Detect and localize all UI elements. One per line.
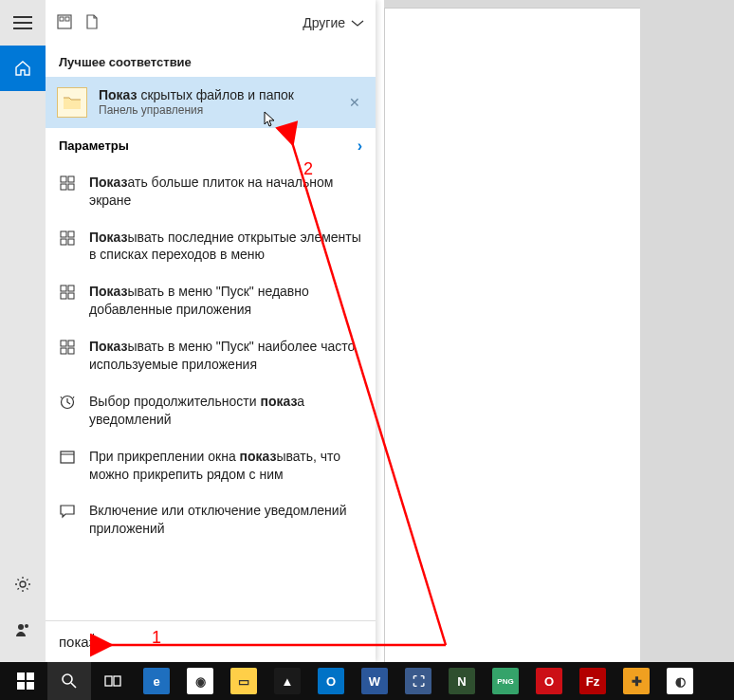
taskbar-app-picasa[interactable]: ◐ [658, 662, 702, 700]
svg-rect-20 [68, 293, 74, 299]
svg-rect-10 [68, 176, 74, 182]
text-caret [93, 634, 94, 651]
filter-dropdown[interactable]: Другие [303, 15, 364, 30]
taskbar-app-opera[interactable]: O [527, 662, 571, 700]
chrome-icon: ◉ [187, 668, 213, 694]
svg-rect-21 [61, 341, 66, 346]
taskbar-app-internet-explorer[interactable]: e [135, 662, 178, 700]
search-input-box[interactable]: показ [46, 620, 376, 662]
settings-item[interactable]: Показывать в меню "Пуск" наиболее часто … [46, 328, 376, 383]
hamburger-button[interactable] [0, 0, 46, 46]
svg-rect-26 [61, 451, 74, 463]
tiles-icon [59, 285, 76, 300]
clock-icon [59, 395, 76, 410]
outlook-icon: O [318, 668, 344, 694]
svg-point-34 [63, 674, 72, 684]
svg-rect-17 [61, 286, 66, 291]
settings-item-text: Показывать последние открытые элементы в… [89, 229, 362, 265]
apps-view-icon[interactable] [57, 14, 72, 32]
svg-rect-24 [68, 348, 74, 354]
svg-rect-16 [68, 239, 74, 245]
search-panel: Другие Лучшее соответствие Показ скрытых… [0, 0, 376, 662]
home-button[interactable] [0, 46, 46, 91]
svg-rect-32 [17, 682, 25, 690]
start-button[interactable] [4, 662, 47, 700]
taskbar-app-word[interactable]: W [353, 662, 396, 700]
settings-section-header[interactable]: Параметры › [46, 128, 376, 164]
svg-rect-31 [27, 672, 34, 680]
opera-icon: O [536, 668, 562, 694]
taskbar-app-paintnet[interactable]: ⛶ [396, 662, 440, 700]
settings-item-text: Показывать в меню "Пуск" недавно добавле… [89, 283, 362, 319]
chat-icon [59, 504, 76, 519]
best-match-section-label: Лучшее соответствие [46, 46, 376, 77]
svg-point-5 [25, 624, 28, 628]
svg-rect-37 [114, 676, 120, 686]
settings-item[interactable]: Показывать в меню "Пуск" недавно добавле… [46, 273, 376, 328]
taskbar: e◉▭▲OW⛶NPNGOFz✚◐ [0, 662, 734, 700]
taskbar-app-outlook[interactable]: O [309, 662, 353, 700]
best-match-text: Показ скрытых файлов и папок Панель упра… [99, 86, 334, 119]
svg-rect-19 [61, 293, 66, 299]
taskbar-app-filezilla[interactable]: Fz [571, 662, 615, 700]
tool-icon: ✚ [623, 668, 650, 694]
task-view-button[interactable] [91, 662, 135, 700]
settings-gear-button[interactable] [0, 562, 46, 607]
svg-rect-15 [61, 239, 66, 245]
taskbar-app-aimp[interactable]: ▲ [266, 662, 309, 700]
search-side-strip [0, 0, 46, 662]
settings-item[interactable]: При прикреплении окна показывать, что мо… [46, 438, 376, 493]
results-header: Другие [46, 0, 376, 46]
chevron-right-icon: › [358, 138, 362, 155]
svg-rect-14 [68, 231, 74, 237]
svg-rect-7 [60, 17, 64, 21]
svg-rect-30 [17, 672, 25, 680]
svg-point-3 [20, 581, 26, 587]
folder-icon [57, 87, 87, 118]
png-tool-icon: PNG [492, 668, 519, 694]
settings-item-text: При прикреплении окна показывать, что мо… [89, 448, 362, 484]
chevron-down-icon [351, 15, 364, 30]
settings-item[interactable]: Показать больше плиток на начальном экра… [46, 164, 376, 219]
settings-section-label: Параметры [59, 138, 129, 153]
paintnet-icon: ⛶ [405, 668, 431, 694]
desktop-document-area [384, 8, 640, 662]
svg-rect-13 [61, 231, 66, 237]
window-icon [59, 450, 76, 465]
svg-rect-8 [65, 17, 69, 21]
internet-explorer-icon: e [143, 668, 170, 694]
svg-rect-11 [61, 184, 66, 190]
settings-item-text: Выбор продолжительности показа уведомлен… [89, 393, 362, 429]
document-icon[interactable] [85, 14, 99, 32]
tiles-icon [59, 230, 76, 246]
svg-rect-33 [27, 682, 34, 690]
settings-item-text: Показать больше плиток на начальном экра… [89, 174, 362, 210]
settings-item[interactable]: Включение или отключение уведомлений при… [46, 492, 376, 547]
settings-item-text: Показывать в меню "Пуск" наиболее часто … [89, 338, 362, 374]
taskbar-app-png-tool[interactable]: PNG [484, 662, 527, 700]
taskbar-app-chrome[interactable]: ◉ [178, 662, 222, 700]
filezilla-icon: Fz [579, 668, 606, 694]
best-match-item[interactable]: Показ скрытых файлов и папок Панель упра… [46, 77, 376, 128]
notepadpp-icon: N [449, 668, 475, 694]
settings-item[interactable]: Выбор продолжительности показа уведомлен… [46, 383, 376, 438]
word-icon: W [361, 668, 388, 694]
settings-list: Показать больше плиток на начальном экра… [46, 164, 376, 547]
taskbar-search-button[interactable] [47, 662, 91, 700]
svg-rect-12 [68, 184, 74, 190]
svg-rect-9 [61, 176, 66, 182]
svg-rect-36 [105, 676, 112, 686]
svg-point-4 [18, 624, 24, 630]
taskbar-app-file-explorer[interactable]: ▭ [222, 662, 266, 700]
svg-rect-23 [61, 348, 66, 354]
taskbar-app-tool[interactable]: ✚ [615, 662, 658, 700]
close-icon[interactable]: ✕ [345, 95, 364, 110]
aimp-icon: ▲ [274, 668, 301, 694]
settings-item-text: Включение или отключение уведомлений при… [89, 502, 362, 538]
taskbar-app-notepadpp[interactable]: N [440, 662, 484, 700]
tiles-icon [59, 175, 76, 191]
user-button[interactable] [0, 607, 46, 653]
tiles-icon [59, 340, 76, 355]
svg-rect-22 [68, 341, 74, 346]
settings-item[interactable]: Показывать последние открытые элементы в… [46, 219, 376, 274]
